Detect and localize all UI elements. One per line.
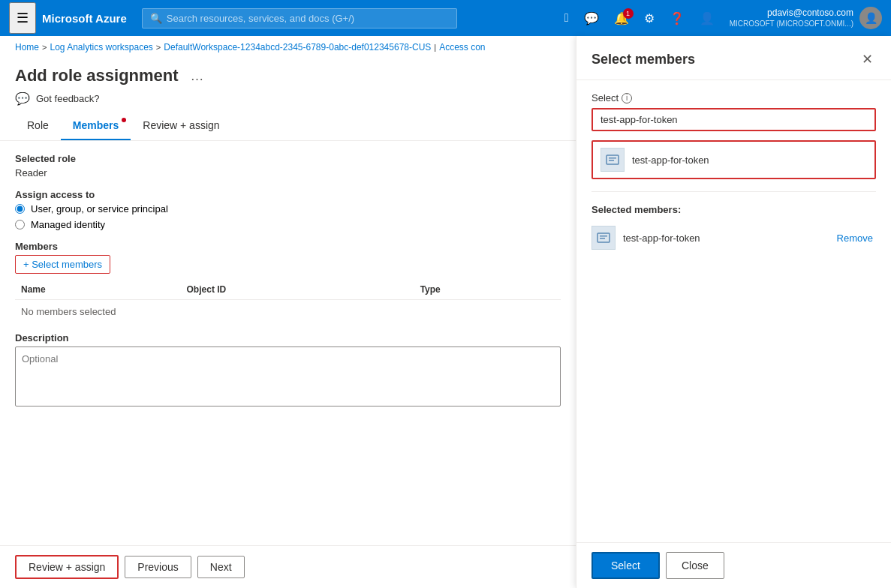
tab-review-label: Review + assign [143, 119, 219, 131]
svg-rect-4 [600, 236, 607, 237]
user-info: pdavis@contoso.com MICROSOFT (MICROSOFT.… [730, 8, 853, 29]
page-header: Add role assignment … [0, 58, 576, 86]
user-tenant: MICROSOFT (MICROSOFT.ONMI...) [730, 19, 853, 28]
tab-role-label: Role [27, 119, 49, 131]
select-label-text: Select [591, 92, 619, 104]
close-panel-button[interactable]: ✕ [859, 48, 876, 70]
cloud-shell-button[interactable]:  [558, 7, 575, 29]
feedback-icon: 💬 [15, 92, 30, 106]
description-label: Description [15, 332, 561, 344]
user-email: pdavis@contoso.com [730, 8, 853, 20]
search-box[interactable]: 🔍 [142, 8, 457, 28]
radio-user-group-sp[interactable]: User, group, or service principal [15, 203, 561, 214]
assign-access-label: Assign access to [15, 189, 561, 200]
select-members-button[interactable]: + Select members [15, 255, 110, 274]
selected-member-item: test-app-for-token Remove [591, 223, 876, 253]
feedback-text: Got feedback? [36, 93, 100, 104]
members-section: Members + Select members Name Object ID … [15, 241, 561, 323]
select-confirm-button[interactable]: Select [591, 552, 660, 579]
radio-ugsp-input[interactable] [15, 204, 25, 214]
selected-role-value: Reader [15, 167, 561, 178]
tab-members[interactable]: Members [61, 112, 131, 140]
members-label: Members [15, 241, 561, 252]
radio-managed-identity[interactable]: Managed identity [15, 219, 561, 230]
members-table: Name Object ID Type No members selected [15, 280, 561, 323]
select-members-btn-text: + Select members [23, 259, 102, 270]
select-field-label: Select i [591, 92, 876, 104]
page-title: Add role assignment [15, 66, 179, 86]
topbar: ☰ Microsoft Azure 🔍  💬 🔔 1 ⚙ ❓ 👤 pdavis… [0, 0, 891, 36]
app-logo: Microsoft Azure [42, 12, 127, 25]
tabs: Role Members Review + assign [0, 112, 576, 141]
right-panel-body: Select i test-app-for-token Selected mem… [576, 80, 891, 542]
svg-rect-1 [609, 158, 616, 159]
breadcrumb-sep-3: | [434, 43, 436, 52]
members-tab-dot [122, 118, 126, 122]
breadcrumb: Home > Log Analytics workspaces > Defaul… [0, 36, 576, 58]
svg-rect-2 [609, 160, 614, 161]
tab-role[interactable]: Role [15, 112, 61, 140]
result-item-name: test-app-for-token [632, 154, 709, 166]
feedback-button[interactable]: 💬 [578, 7, 605, 30]
right-panel: Select members ✕ Select i test-a [576, 36, 891, 588]
info-icon[interactable]: i [622, 93, 632, 104]
search-result-item[interactable]: test-app-for-token [591, 140, 876, 179]
review-assign-button[interactable]: Review + assign [15, 555, 119, 579]
table-row-empty: No members selected [15, 300, 561, 324]
no-members-text: No members selected [15, 300, 561, 324]
next-button[interactable]: Next [197, 556, 245, 578]
feedback-bar: 💬 Got feedback? [0, 86, 576, 112]
col-type: Type [414, 280, 561, 300]
breadcrumb-sep-2: > [156, 43, 161, 52]
breadcrumb-workspaces[interactable]: Log Analytics workspaces [50, 42, 152, 52]
radio-ugsp-label: User, group, or service principal [31, 203, 168, 214]
member-search-input[interactable] [591, 108, 876, 131]
tab-review[interactable]: Review + assign [131, 112, 231, 140]
tab-members-label: Members [73, 119, 119, 131]
content-area: Selected role Reader Assign access to Us… [0, 141, 576, 545]
right-panel-footer: Select Close [576, 542, 891, 588]
close-secondary-button[interactable]: Close [666, 552, 724, 579]
remove-member-button[interactable]: Remove [834, 231, 876, 245]
divider [591, 191, 876, 192]
selected-role-label: Selected role [15, 153, 561, 164]
breadcrumb-workspace-name[interactable]: DefaultWorkspace-1234abcd-2345-6789-0abc… [164, 42, 431, 52]
selected-member-name: test-app-for-token [623, 232, 826, 244]
radio-mi-label: Managed identity [31, 219, 105, 230]
description-textarea[interactable] [15, 346, 561, 406]
search-icon: 🔍 [150, 13, 162, 24]
selected-members-label: Selected members: [591, 204, 876, 215]
user-profile[interactable]: pdavis@contoso.com MICROSOFT (MICROSOFT.… [730, 7, 882, 29]
main-layout: Home > Log Analytics workspaces > Defaul… [0, 36, 891, 588]
right-panel-header: Select members ✕ [576, 36, 891, 80]
hamburger-menu-button[interactable]: ☰ [9, 2, 36, 34]
svg-rect-5 [600, 238, 605, 239]
settings-button[interactable]: ⚙ [638, 7, 661, 30]
portal-menu-button[interactable]: 👤 [694, 7, 721, 30]
topbar-icons:  💬 🔔 1 ⚙ ❓ 👤 pdavis@contoso.com MICROSO… [558, 7, 882, 30]
assign-access-radio-group: User, group, or service principal Manage… [15, 203, 561, 230]
breadcrumb-home[interactable]: Home [15, 42, 39, 52]
radio-mi-input[interactable] [15, 220, 25, 230]
search-input[interactable] [167, 13, 449, 24]
help-button[interactable]: ❓ [664, 7, 691, 30]
left-panel: Home > Log Analytics workspaces > Defaul… [0, 36, 576, 588]
right-panel-title: Select members [591, 52, 695, 68]
notifications-button[interactable]: 🔔 1 [608, 7, 635, 30]
previous-button[interactable]: Previous [125, 556, 191, 578]
col-name: Name [15, 280, 181, 300]
breadcrumb-sep-1: > [42, 43, 47, 52]
footer: Review + assign Previous Next [0, 545, 576, 588]
breadcrumb-access[interactable]: Access con [439, 42, 485, 52]
app-result-icon [601, 148, 625, 172]
col-object-id: Object ID [181, 280, 414, 300]
avatar[interactable]: 👤 [859, 7, 882, 29]
selected-member-icon [591, 226, 616, 250]
more-options-button[interactable]: … [186, 67, 209, 86]
notification-badge: 1 [623, 8, 634, 19]
